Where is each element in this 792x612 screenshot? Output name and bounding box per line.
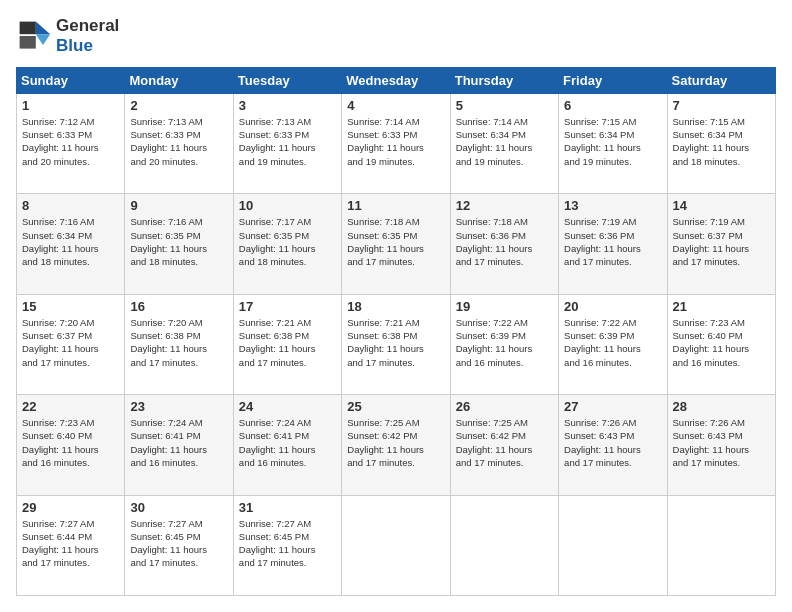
day-info: Sunrise: 7:12 AM Sunset: 6:33 PM Dayligh… [22,115,119,168]
day-info: Sunrise: 7:19 AM Sunset: 6:37 PM Dayligh… [673,215,770,268]
svg-marker-0 [36,22,50,35]
day-number: 5 [456,98,553,113]
day-number: 18 [347,299,444,314]
day-number: 26 [456,399,553,414]
day-number: 31 [239,500,336,515]
calendar-cell: 9Sunrise: 7:16 AM Sunset: 6:35 PM Daylig… [125,194,233,294]
day-number: 1 [22,98,119,113]
calendar-cell: 6Sunrise: 7:15 AM Sunset: 6:34 PM Daylig… [559,93,667,193]
day-number: 30 [130,500,227,515]
day-info: Sunrise: 7:17 AM Sunset: 6:35 PM Dayligh… [239,215,336,268]
calendar-cell: 11Sunrise: 7:18 AM Sunset: 6:35 PM Dayli… [342,194,450,294]
calendar-cell: 19Sunrise: 7:22 AM Sunset: 6:39 PM Dayli… [450,294,558,394]
day-info: Sunrise: 7:19 AM Sunset: 6:36 PM Dayligh… [564,215,661,268]
calendar-cell: 16Sunrise: 7:20 AM Sunset: 6:38 PM Dayli… [125,294,233,394]
calendar-cell: 14Sunrise: 7:19 AM Sunset: 6:37 PM Dayli… [667,194,775,294]
day-info: Sunrise: 7:13 AM Sunset: 6:33 PM Dayligh… [239,115,336,168]
day-info: Sunrise: 7:15 AM Sunset: 6:34 PM Dayligh… [564,115,661,168]
day-number: 12 [456,198,553,213]
calendar-cell: 22Sunrise: 7:23 AM Sunset: 6:40 PM Dayli… [17,395,125,495]
day-number: 14 [673,198,770,213]
day-number: 4 [347,98,444,113]
calendar-cell: 26Sunrise: 7:25 AM Sunset: 6:42 PM Dayli… [450,395,558,495]
page: General Blue SundayMondayTuesdayWednesda… [0,0,792,612]
day-info: Sunrise: 7:16 AM Sunset: 6:34 PM Dayligh… [22,215,119,268]
day-info: Sunrise: 7:21 AM Sunset: 6:38 PM Dayligh… [239,316,336,369]
weekday-saturday: Saturday [667,67,775,93]
day-number: 25 [347,399,444,414]
logo: General Blue [16,16,119,57]
week-row-3: 15Sunrise: 7:20 AM Sunset: 6:37 PM Dayli… [17,294,776,394]
day-info: Sunrise: 7:26 AM Sunset: 6:43 PM Dayligh… [673,416,770,469]
calendar-cell [450,495,558,595]
day-info: Sunrise: 7:26 AM Sunset: 6:43 PM Dayligh… [564,416,661,469]
day-number: 27 [564,399,661,414]
day-info: Sunrise: 7:24 AM Sunset: 6:41 PM Dayligh… [239,416,336,469]
calendar-cell: 17Sunrise: 7:21 AM Sunset: 6:38 PM Dayli… [233,294,341,394]
day-info: Sunrise: 7:13 AM Sunset: 6:33 PM Dayligh… [130,115,227,168]
day-number: 23 [130,399,227,414]
calendar-cell: 4Sunrise: 7:14 AM Sunset: 6:33 PM Daylig… [342,93,450,193]
day-info: Sunrise: 7:15 AM Sunset: 6:34 PM Dayligh… [673,115,770,168]
day-number: 7 [673,98,770,113]
day-number: 16 [130,299,227,314]
calendar-cell: 21Sunrise: 7:23 AM Sunset: 6:40 PM Dayli… [667,294,775,394]
calendar-cell: 13Sunrise: 7:19 AM Sunset: 6:36 PM Dayli… [559,194,667,294]
calendar-cell: 8Sunrise: 7:16 AM Sunset: 6:34 PM Daylig… [17,194,125,294]
calendar-cell: 28Sunrise: 7:26 AM Sunset: 6:43 PM Dayli… [667,395,775,495]
day-number: 17 [239,299,336,314]
calendar-cell: 12Sunrise: 7:18 AM Sunset: 6:36 PM Dayli… [450,194,558,294]
day-info: Sunrise: 7:22 AM Sunset: 6:39 PM Dayligh… [564,316,661,369]
calendar-cell: 1Sunrise: 7:12 AM Sunset: 6:33 PM Daylig… [17,93,125,193]
week-row-4: 22Sunrise: 7:23 AM Sunset: 6:40 PM Dayli… [17,395,776,495]
weekday-wednesday: Wednesday [342,67,450,93]
day-number: 22 [22,399,119,414]
calendar-cell: 31Sunrise: 7:27 AM Sunset: 6:45 PM Dayli… [233,495,341,595]
day-number: 28 [673,399,770,414]
week-row-5: 29Sunrise: 7:27 AM Sunset: 6:44 PM Dayli… [17,495,776,595]
day-info: Sunrise: 7:20 AM Sunset: 6:37 PM Dayligh… [22,316,119,369]
day-info: Sunrise: 7:27 AM Sunset: 6:45 PM Dayligh… [130,517,227,570]
calendar-cell: 30Sunrise: 7:27 AM Sunset: 6:45 PM Dayli… [125,495,233,595]
week-row-2: 8Sunrise: 7:16 AM Sunset: 6:34 PM Daylig… [17,194,776,294]
calendar-body: 1Sunrise: 7:12 AM Sunset: 6:33 PM Daylig… [17,93,776,595]
day-info: Sunrise: 7:27 AM Sunset: 6:45 PM Dayligh… [239,517,336,570]
day-info: Sunrise: 7:18 AM Sunset: 6:36 PM Dayligh… [456,215,553,268]
calendar-cell: 24Sunrise: 7:24 AM Sunset: 6:41 PM Dayli… [233,395,341,495]
svg-rect-3 [20,36,36,49]
day-number: 29 [22,500,119,515]
calendar-cell: 20Sunrise: 7:22 AM Sunset: 6:39 PM Dayli… [559,294,667,394]
weekday-header-row: SundayMondayTuesdayWednesdayThursdayFrid… [17,67,776,93]
svg-rect-2 [20,22,36,35]
day-number: 2 [130,98,227,113]
day-info: Sunrise: 7:21 AM Sunset: 6:38 PM Dayligh… [347,316,444,369]
calendar-table: SundayMondayTuesdayWednesdayThursdayFrid… [16,67,776,596]
logo-text: General Blue [56,16,119,57]
day-info: Sunrise: 7:23 AM Sunset: 6:40 PM Dayligh… [673,316,770,369]
calendar-cell: 2Sunrise: 7:13 AM Sunset: 6:33 PM Daylig… [125,93,233,193]
svg-marker-1 [36,35,50,46]
calendar-cell: 29Sunrise: 7:27 AM Sunset: 6:44 PM Dayli… [17,495,125,595]
day-info: Sunrise: 7:18 AM Sunset: 6:35 PM Dayligh… [347,215,444,268]
day-info: Sunrise: 7:25 AM Sunset: 6:42 PM Dayligh… [456,416,553,469]
day-number: 6 [564,98,661,113]
calendar-cell: 25Sunrise: 7:25 AM Sunset: 6:42 PM Dayli… [342,395,450,495]
day-info: Sunrise: 7:20 AM Sunset: 6:38 PM Dayligh… [130,316,227,369]
calendar-cell: 27Sunrise: 7:26 AM Sunset: 6:43 PM Dayli… [559,395,667,495]
logo-icon [16,18,52,54]
calendar-cell: 18Sunrise: 7:21 AM Sunset: 6:38 PM Dayli… [342,294,450,394]
calendar-cell: 5Sunrise: 7:14 AM Sunset: 6:34 PM Daylig… [450,93,558,193]
day-info: Sunrise: 7:16 AM Sunset: 6:35 PM Dayligh… [130,215,227,268]
day-number: 24 [239,399,336,414]
day-info: Sunrise: 7:27 AM Sunset: 6:44 PM Dayligh… [22,517,119,570]
calendar-cell: 3Sunrise: 7:13 AM Sunset: 6:33 PM Daylig… [233,93,341,193]
day-number: 11 [347,198,444,213]
day-number: 8 [22,198,119,213]
weekday-sunday: Sunday [17,67,125,93]
day-info: Sunrise: 7:14 AM Sunset: 6:34 PM Dayligh… [456,115,553,168]
day-number: 3 [239,98,336,113]
calendar-cell: 10Sunrise: 7:17 AM Sunset: 6:35 PM Dayli… [233,194,341,294]
day-info: Sunrise: 7:25 AM Sunset: 6:42 PM Dayligh… [347,416,444,469]
day-info: Sunrise: 7:14 AM Sunset: 6:33 PM Dayligh… [347,115,444,168]
calendar-cell: 23Sunrise: 7:24 AM Sunset: 6:41 PM Dayli… [125,395,233,495]
